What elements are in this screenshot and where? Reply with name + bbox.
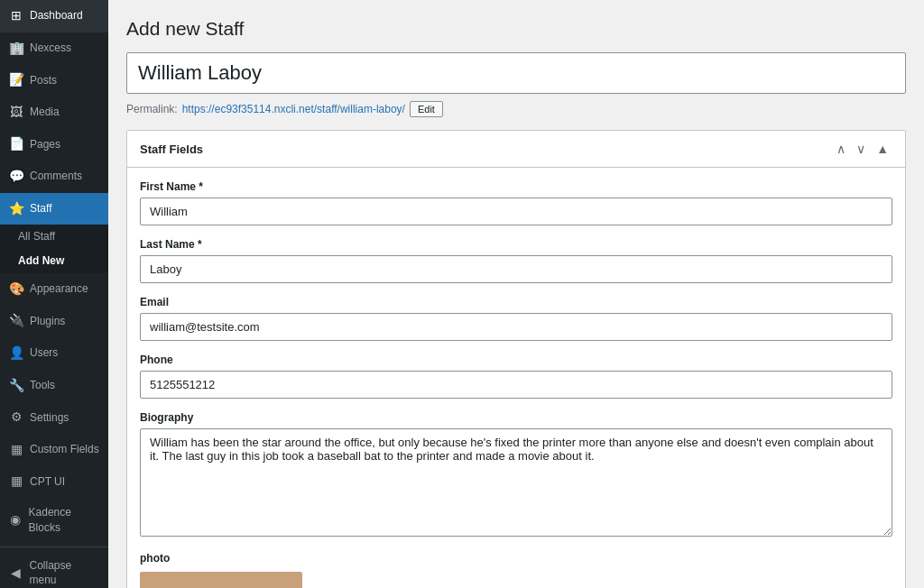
page-title: Add new Staff xyxy=(126,18,906,40)
users-icon: 👤 xyxy=(9,345,23,363)
all-staff-label: All Staff xyxy=(18,229,55,244)
first-name-field: First Name * xyxy=(140,180,892,225)
sidebar-item-label: Plugins xyxy=(30,314,65,329)
permalink-link[interactable]: https://ec93f35114.nxcli.net/staff/willi… xyxy=(182,103,405,115)
tools-icon: 🔧 xyxy=(9,377,23,395)
post-title-input[interactable] xyxy=(126,52,906,94)
metabox-controls: ∧ ∨ ▲ xyxy=(833,140,892,158)
metabox-body: First Name * Last Name * Email Phone xyxy=(127,168,905,588)
sidebar-item-label: Appearance xyxy=(30,281,88,297)
sidebar-item-label: Pages xyxy=(30,137,60,152)
nexcess-icon: 🏢 xyxy=(9,40,23,58)
content-area: Add new Staff Permalink: https://ec93f35… xyxy=(108,0,924,588)
sidebar-item-plugins[interactable]: 🔌 Plugins xyxy=(0,305,108,337)
permalink-label: Permalink: xyxy=(126,103,178,115)
kadence-blocks-icon: ◉ xyxy=(9,511,23,529)
sidebar-item-label: Media xyxy=(30,105,60,120)
collapse-icon: ◀ xyxy=(9,565,23,583)
sidebar-item-pages[interactable]: 📄 Pages xyxy=(0,128,108,161)
email-input[interactable] xyxy=(140,313,892,341)
sidebar-item-label: Tools xyxy=(30,378,55,393)
sidebar-item-staff[interactable]: ⭐ Staff xyxy=(0,193,108,225)
photo-preview[interactable] xyxy=(140,572,302,588)
metabox-title: Staff Fields xyxy=(140,142,203,156)
staff-icon: ⭐ xyxy=(9,200,23,218)
sidebar-item-settings[interactable]: ⚙ Settings xyxy=(0,401,108,434)
sidebar-item-label: Staff xyxy=(30,201,51,216)
photo-label: photo xyxy=(140,552,892,565)
sidebar-item-label: Comments xyxy=(30,169,82,184)
cpt-ui-icon: ▦ xyxy=(9,473,23,491)
dashboard-icon: ⊞ xyxy=(9,7,23,25)
first-name-label: First Name * xyxy=(140,180,892,193)
settings-icon: ⚙ xyxy=(9,409,23,427)
sidebar-item-label: Collapse menu xyxy=(30,558,100,589)
media-icon: 🖼 xyxy=(9,104,23,122)
sidebar-item-label: Users xyxy=(30,345,58,361)
sidebar-item-kadence-blocks[interactable]: ◉ Kadence Blocks xyxy=(0,498,108,543)
last-name-label: Last Name * xyxy=(140,238,892,251)
sidebar-item-appearance[interactable]: 🎨 Appearance xyxy=(0,273,108,306)
sidebar-item-collapse-menu[interactable]: ◀ Collapse menu xyxy=(0,551,108,589)
phone-label: Phone xyxy=(140,354,892,366)
metabox-collapse-up-button[interactable]: ∧ xyxy=(833,140,849,158)
photo-section: photo xyxy=(140,552,892,588)
sidebar-item-label: Kadence Blocks xyxy=(29,505,99,536)
last-name-field: Last Name * xyxy=(140,238,892,283)
phone-field: Phone xyxy=(140,354,892,399)
sidebar-item-all-staff[interactable]: All Staff xyxy=(9,225,108,249)
sidebar-divider xyxy=(0,547,108,547)
plugins-icon: 🔌 xyxy=(9,312,23,330)
sidebar: ⊞ Dashboard 🏢 Nexcess 📝 Posts 🖼 Media 📄 … xyxy=(0,0,108,588)
sidebar-item-media[interactable]: 🖼 Media xyxy=(0,96,108,129)
permalink-row: Permalink: https://ec93f35114.nxcli.net/… xyxy=(126,101,906,117)
add-new-label: Add New xyxy=(18,253,64,269)
sidebar-item-label: Settings xyxy=(30,410,69,426)
sidebar-item-add-new[interactable]: Add New xyxy=(9,249,108,273)
sidebar-item-custom-fields[interactable]: ▦ Custom Fields xyxy=(0,434,108,466)
sidebar-item-users[interactable]: 👤 Users xyxy=(0,337,108,370)
sidebar-item-label: Posts xyxy=(30,73,57,88)
pages-icon: 📄 xyxy=(9,135,23,153)
last-name-input[interactable] xyxy=(140,255,892,283)
sidebar-item-label: Nexcess xyxy=(30,41,71,56)
first-name-input[interactable] xyxy=(140,198,892,225)
comments-icon: 💬 xyxy=(9,168,23,186)
biography-textarea[interactable]: William has been the star around the off… xyxy=(140,428,892,537)
posts-icon: 📝 xyxy=(9,71,23,89)
sidebar-item-tools[interactable]: 🔧 Tools xyxy=(0,370,108,402)
metabox-collapse-down-button[interactable]: ∨ xyxy=(853,140,869,158)
main-content: Add new Staff Permalink: https://ec93f35… xyxy=(108,0,924,588)
email-label: Email xyxy=(140,296,892,308)
email-field: Email xyxy=(140,296,892,341)
sidebar-item-label: CPT UI xyxy=(30,474,65,490)
sidebar-item-dashboard[interactable]: ⊞ Dashboard xyxy=(0,0,108,32)
sidebar-item-label: Custom Fields xyxy=(30,442,99,457)
metabox-expand-button[interactable]: ▲ xyxy=(873,140,892,158)
biography-label: Biography xyxy=(140,411,892,424)
phone-input[interactable] xyxy=(140,371,892,399)
staff-fields-metabox: Staff Fields ∧ ∨ ▲ First Name * Last Nam… xyxy=(126,130,906,588)
permalink-edit-button[interactable]: Edit xyxy=(410,101,443,117)
biography-field: Biography William has been the star arou… xyxy=(140,411,892,539)
sidebar-item-comments[interactable]: 💬 Comments xyxy=(0,161,108,193)
custom-fields-icon: ▦ xyxy=(9,441,23,459)
sidebar-item-posts[interactable]: 📝 Posts xyxy=(0,64,108,96)
sidebar-item-label: Dashboard xyxy=(30,8,83,23)
appearance-icon: 🎨 xyxy=(9,280,23,299)
sidebar-item-nexcess[interactable]: 🏢 Nexcess xyxy=(0,32,108,65)
staff-submenu: All Staff Add New xyxy=(0,225,108,273)
metabox-header: Staff Fields ∧ ∨ ▲ xyxy=(127,131,905,168)
sidebar-item-cpt-ui[interactable]: ▦ CPT UI xyxy=(0,465,108,498)
